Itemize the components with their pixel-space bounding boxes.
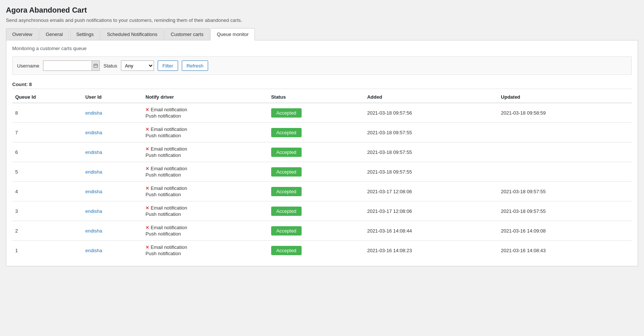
status-cell: Accepted — [268, 123, 364, 142]
notify-text: Push notification — [145, 251, 181, 256]
username-input-wrapper — [43, 60, 100, 71]
x-icon: ✕ — [145, 146, 149, 152]
content-area: Monitoring a customer carts queue Userna… — [6, 40, 638, 266]
col-header-queue-id: Queue Id — [12, 91, 82, 103]
col-header-status: Status — [268, 91, 364, 103]
user-link[interactable]: endisha — [85, 149, 102, 155]
user-id-cell: endisha — [82, 142, 142, 162]
table-body: 8endisha✕Email notificationPush notifica… — [12, 103, 632, 260]
calendar-icon[interactable] — [92, 61, 99, 70]
queue-table: Queue IdUser IdNotify driverStatusAddedU… — [12, 91, 632, 260]
notify-driver-cell: ✕Email notificationPush notification — [142, 162, 268, 182]
notify-text: Email notification — [151, 146, 187, 152]
status-badge: Accepted — [271, 167, 302, 177]
updated-cell: 2021-03-18 09:57:55 — [498, 182, 632, 201]
page-title: Agora Abandoned Cart — [6, 6, 638, 14]
notify-text: Push notification — [145, 211, 181, 217]
queue-id-cell: 2 — [12, 221, 82, 241]
user-link[interactable]: endisha — [85, 169, 102, 175]
status-badge: Accepted — [271, 246, 302, 255]
user-id-cell: endisha — [82, 123, 142, 142]
notify-text: Email notification — [151, 126, 187, 132]
updated-cell — [498, 162, 632, 182]
tab-scheduled-notifications[interactable]: Scheduled Notifications — [101, 28, 164, 40]
tab-customer-carts[interactable]: Customer carts — [164, 28, 210, 40]
x-icon: ✕ — [145, 245, 149, 250]
tab-settings[interactable]: Settings — [70, 28, 100, 40]
count-label: Count: 8 — [12, 80, 632, 89]
status-badge: Accepted — [271, 148, 302, 157]
table-row: 8endisha✕Email notificationPush notifica… — [12, 103, 632, 123]
queue-id-cell: 6 — [12, 142, 82, 162]
monitoring-label: Monitoring a customer carts queue — [12, 46, 632, 51]
added-cell: 2021-03-18 09:57:55 — [364, 162, 498, 182]
status-badge: Accepted — [271, 187, 302, 196]
svg-rect-0 — [94, 64, 98, 67]
x-icon: ✕ — [145, 225, 149, 230]
col-header-notify-driver: Notify driver — [142, 91, 268, 103]
updated-cell: 2021-03-16 14:09:08 — [498, 221, 632, 241]
filter-button[interactable]: Filter — [158, 60, 178, 71]
notify-driver-cell: ✕Email notificationPush notification — [142, 103, 268, 123]
notify-driver-cell: ✕Email notificationPush notification — [142, 201, 268, 221]
status-cell: Accepted — [268, 201, 364, 221]
user-link[interactable]: endisha — [85, 189, 102, 194]
notify-text: Push notification — [145, 113, 181, 119]
status-label: Status — [104, 63, 117, 69]
added-cell: 2021-03-18 09:57:56 — [364, 103, 498, 123]
user-link[interactable]: endisha — [85, 130, 102, 135]
added-cell: 2021-03-16 14:08:23 — [364, 241, 498, 260]
tab-general[interactable]: General — [39, 28, 69, 40]
added-cell: 2021-03-18 09:57:55 — [364, 123, 498, 142]
updated-cell — [498, 123, 632, 142]
notify-text: Email notification — [151, 107, 187, 112]
user-id-cell: endisha — [82, 162, 142, 182]
status-cell: Accepted — [268, 241, 364, 260]
notify-text: Email notification — [151, 244, 187, 250]
table-header-row: Queue IdUser IdNotify driverStatusAddedU… — [12, 91, 632, 103]
refresh-button[interactable]: Refresh — [182, 60, 208, 71]
notify-text: Email notification — [151, 185, 187, 191]
notify-text: Email notification — [151, 205, 187, 211]
col-header-updated: Updated — [498, 91, 632, 103]
notify-driver-cell: ✕Email notificationPush notification — [142, 182, 268, 201]
table-row: 6endisha✕Email notificationPush notifica… — [12, 142, 632, 162]
queue-id-cell: 3 — [12, 201, 82, 221]
username-label: Username — [17, 63, 39, 69]
x-icon: ✕ — [145, 166, 149, 171]
col-header-user-id: User Id — [82, 91, 142, 103]
user-link[interactable]: endisha — [85, 248, 102, 253]
notify-driver-cell: ✕Email notificationPush notification — [142, 241, 268, 260]
status-cell: Accepted — [268, 182, 364, 201]
user-id-cell: endisha — [82, 221, 142, 241]
added-cell: 2021-03-16 14:08:44 — [364, 221, 498, 241]
user-link[interactable]: endisha — [85, 110, 102, 116]
notify-text: Push notification — [145, 172, 181, 178]
notify-text: Email notification — [151, 166, 187, 171]
user-link[interactable]: endisha — [85, 228, 102, 234]
tab-queue-monitor[interactable]: Queue monitor — [210, 28, 255, 40]
notify-text: Email notification — [151, 225, 187, 230]
status-select[interactable]: AnyAcceptedPendingFailed — [121, 60, 154, 71]
filter-bar: Username Status AnyAcceptedPendingFailed… — [12, 56, 632, 75]
notify-driver-cell: ✕Email notificationPush notification — [142, 142, 268, 162]
updated-cell: 2021-03-18 09:58:59 — [498, 103, 632, 123]
table-row: 1endisha✕Email notificationPush notifica… — [12, 241, 632, 260]
notify-driver-cell: ✕Email notificationPush notification — [142, 123, 268, 142]
notify-text: Push notification — [145, 192, 181, 197]
x-icon: ✕ — [145, 127, 149, 132]
status-cell: Accepted — [268, 103, 364, 123]
status-badge: Accepted — [271, 108, 302, 118]
table-head: Queue IdUser IdNotify driverStatusAddedU… — [12, 91, 632, 103]
username-input[interactable] — [43, 61, 92, 70]
user-link[interactable]: endisha — [85, 208, 102, 214]
tab-overview[interactable]: Overview — [6, 28, 39, 40]
x-icon: ✕ — [145, 107, 149, 112]
queue-id-cell: 7 — [12, 123, 82, 142]
status-badge: Accepted — [271, 226, 302, 235]
added-cell: 2021-03-18 09:57:55 — [364, 142, 498, 162]
user-id-cell: endisha — [82, 103, 142, 123]
updated-cell — [498, 142, 632, 162]
status-badge: Accepted — [271, 207, 302, 216]
user-id-cell: endisha — [82, 201, 142, 221]
